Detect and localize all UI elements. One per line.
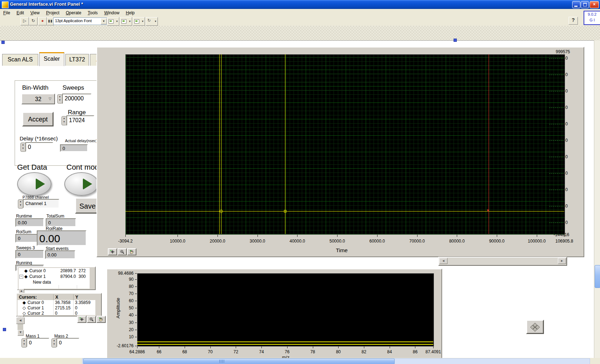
- chevron-down-icon[interactable]: ▼: [101, 18, 107, 24]
- cursor-movement-button[interactable]: [526, 320, 544, 334]
- cursor-line-vertical[interactable]: [285, 54, 285, 234]
- x-tick-mark: [125, 235, 126, 237]
- cursor-line-vertical[interactable]: [489, 54, 489, 234]
- menu-project[interactable]: Project: [43, 10, 62, 16]
- get-data-button[interactable]: [17, 172, 51, 196]
- menu-file[interactable]: File: [0, 10, 13, 16]
- x-tick-label: 100000.0: [522, 239, 551, 244]
- cursor-line-horizontal[interactable]: [125, 211, 564, 211]
- menu-view[interactable]: View: [27, 10, 43, 16]
- cursor-marker[interactable]: ×: [487, 208, 489, 213]
- channel-selector[interactable]: Channel 1: [23, 199, 59, 208]
- y-tick-label: 50: [111, 305, 134, 310]
- accept-button[interactable]: Accept: [22, 112, 54, 126]
- context-help-button[interactable]: ?: [569, 17, 578, 25]
- mass2-input[interactable]: 0: [56, 338, 79, 347]
- mass-graph-plot[interactable]: [137, 273, 434, 346]
- cursor-tree-row[interactable]: ◆Cursor 020899.7272: [19, 268, 90, 274]
- reorder-button[interactable]: ↻▼: [146, 17, 158, 26]
- minimize-button[interactable]: [572, 1, 580, 8]
- cursor-tree-body: ◆Cursor 020899.7272−◆Cursor 187904.0300N…: [19, 268, 90, 289]
- x-tick-label: 10000.0: [163, 239, 192, 244]
- y-tick-label-clipped: 0: [565, 121, 570, 126]
- cursor-line-vertical[interactable]: [219, 54, 220, 234]
- cursor-name: Cursor 1: [28, 305, 44, 310]
- bin-width-value: 32: [35, 96, 41, 102]
- cursor-y-value: 3.35859: [75, 300, 90, 305]
- run-continuous-button[interactable]: ↻: [29, 17, 38, 25]
- scroll-left-icon[interactable]: ◄: [439, 258, 448, 264]
- cont-mode-button[interactable]: [64, 172, 99, 196]
- distribute-objects-button[interactable]: ▼: [120, 17, 132, 26]
- font-selector[interactable]: 13pt Application Font ▼: [53, 18, 108, 25]
- delay-stepper[interactable]: ▲▼: [20, 143, 26, 152]
- cursor-name: Cursor 2: [28, 311, 44, 315]
- x-tick-label: 76: [275, 349, 300, 354]
- y-tick-dash: [549, 173, 564, 174]
- cursor-tree-row[interactable]: −◆Cursor 187904.0300: [19, 274, 90, 279]
- scroll-down-icon[interactable]: ▼: [18, 330, 24, 336]
- align-objects-button[interactable]: ▼: [107, 17, 119, 26]
- menu-edit[interactable]: Edit: [13, 10, 27, 16]
- sweeps-stepper[interactable]: ▲▼: [57, 94, 62, 104]
- mass2-stepper[interactable]: ▲▼: [51, 338, 57, 348]
- y-tick-dash: [549, 206, 564, 206]
- menu-tools[interactable]: Tools: [85, 10, 101, 16]
- cursor-line-vertical[interactable]: [221, 54, 221, 234]
- cursors-table-row[interactable]: ◆Cursor 036.78583.35859: [18, 300, 95, 305]
- window-h-scrollbar[interactable]: [0, 358, 600, 364]
- x-tick-mark: [337, 235, 338, 237]
- channel-stepper[interactable]: ▲▼: [18, 199, 23, 209]
- menu-help[interactable]: Help: [122, 10, 138, 16]
- y-tick-label-clipped: 0: [565, 105, 570, 110]
- x-tick-mark: [537, 235, 537, 237]
- y-tick-mark: [135, 346, 137, 346]
- cursors-table-row[interactable]: ◇Cursor 200: [18, 311, 95, 315]
- sweeps-input[interactable]: 200000: [62, 94, 91, 104]
- pause-icon: ▮▮: [48, 19, 52, 23]
- pause-button[interactable]: ▮▮: [47, 17, 54, 25]
- run-button[interactable]: ▷: [20, 17, 29, 25]
- y-tick-label: 70: [111, 291, 134, 296]
- bin-width-dropdown[interactable]: 32 ▽: [21, 94, 55, 104]
- close-button[interactable]: ×: [590, 1, 599, 8]
- zoom-tool-button[interactable]: [87, 316, 96, 323]
- scroll-left-button[interactable]: ◄: [16, 317, 25, 324]
- y-tick-dash: [549, 75, 564, 75]
- cursors-table-row[interactable]: ◇Cursor 12715.150: [18, 305, 95, 311]
- window-v-scrollbar[interactable]: [594, 40, 600, 358]
- cursor-x-value: 87904.0: [60, 274, 76, 279]
- y-tick-dash: [549, 91, 564, 91]
- resize-objects-button[interactable]: ▼: [133, 17, 145, 26]
- range-input[interactable]: 17024: [66, 115, 94, 126]
- tree-collapse-icon[interactable]: −: [19, 275, 23, 279]
- mass1-input[interactable]: 0: [26, 338, 49, 347]
- graph-h-scrollbar[interactable]: ◄ ►: [438, 257, 567, 266]
- tab-lt372[interactable]: LT372: [65, 54, 89, 66]
- title-bar: General Interface.vi Front Panel * ×: [0, 0, 600, 9]
- cursor-tool-button[interactable]: [108, 248, 117, 255]
- menu-window[interactable]: Window: [101, 10, 123, 16]
- scroll-right-icon[interactable]: ►: [558, 258, 566, 264]
- tab-strip: Scan ALSScalerLT372ALS controlPIE analys…: [0, 26, 600, 41]
- abort-button[interactable]: ●: [38, 17, 47, 25]
- time-graph-plot[interactable]: [125, 54, 565, 235]
- x-tick-mark: [159, 346, 159, 348]
- cursor-tree-row[interactable]: New data: [19, 279, 90, 285]
- delay-input[interactable]: 0: [25, 142, 53, 152]
- x-tick-mark: [258, 235, 258, 237]
- mass1-stepper[interactable]: ▲▼: [21, 338, 27, 348]
- header-cursors: Cursors:: [19, 295, 37, 300]
- range-stepper[interactable]: ▲▼: [61, 116, 67, 125]
- cursor-tool-button[interactable]: [77, 316, 86, 323]
- restore-button[interactable]: [581, 1, 589, 8]
- pan-tool-button[interactable]: [96, 316, 106, 323]
- cursor-marker[interactable]: [284, 210, 286, 213]
- tab-scaler[interactable]: Scaler: [39, 52, 64, 66]
- tab-scan-als[interactable]: Scan ALS: [2, 54, 38, 66]
- pan-tool-button[interactable]: [127, 248, 136, 255]
- menu-operate[interactable]: Operate: [62, 10, 84, 16]
- zoom-tool-button[interactable]: [118, 248, 127, 255]
- v-scroll-thumb[interactable]: [595, 265, 600, 288]
- h-scroll-thumb[interactable]: [83, 358, 395, 364]
